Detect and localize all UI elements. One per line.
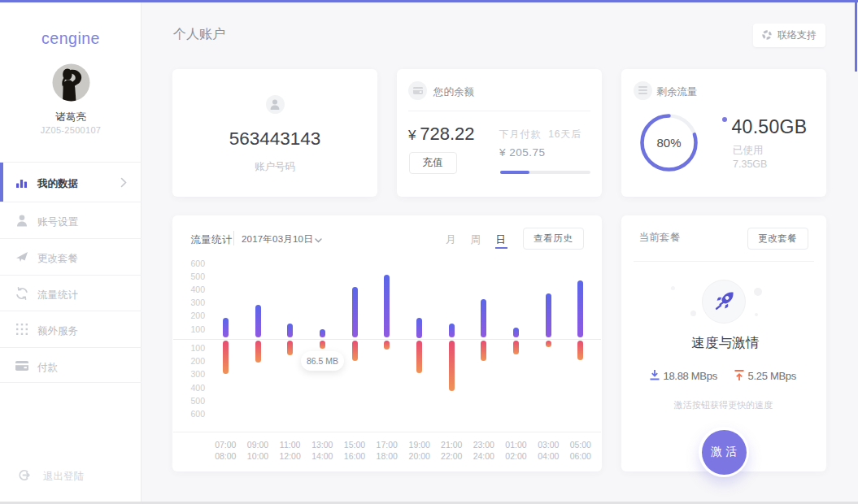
svg-text:80%: 80% — [656, 136, 681, 150]
